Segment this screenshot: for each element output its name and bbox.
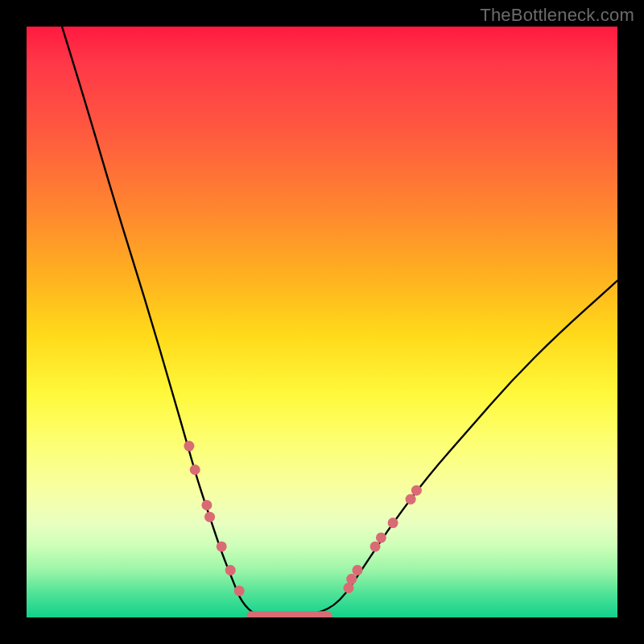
curve-marker <box>217 541 227 551</box>
curve-marker <box>406 494 416 505</box>
curve-svg <box>27 27 617 617</box>
curve-marker <box>370 541 381 551</box>
bottleneck-curve <box>62 27 617 616</box>
curve-marker <box>344 583 354 593</box>
curve-marker <box>376 532 386 543</box>
curve-marker <box>190 464 200 475</box>
curve-marker <box>353 565 363 576</box>
chart-frame: TheBottleneck.com <box>0 0 644 644</box>
curve-marker <box>201 500 212 510</box>
plot-area <box>27 27 617 617</box>
curve-marker <box>411 485 422 496</box>
curve-marker <box>388 518 398 528</box>
watermark-text: TheBottleneck.com <box>480 5 634 26</box>
curve-marker <box>184 441 194 452</box>
curve-marker <box>204 512 215 522</box>
curve-marker <box>234 586 245 597</box>
curve-marker <box>346 574 357 584</box>
curve-marker <box>225 565 236 576</box>
marker-group <box>184 441 422 597</box>
